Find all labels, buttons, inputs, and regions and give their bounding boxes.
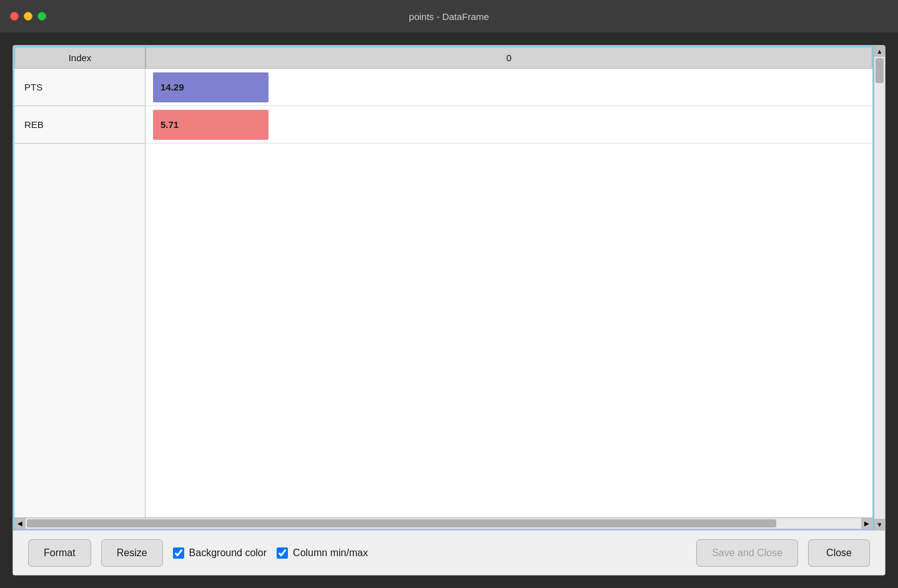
h-scroll-track[interactable]: [26, 518, 861, 529]
reb-value-cell: 5.71: [153, 110, 269, 140]
h-scroll-right-arrow[interactable]: ▶: [861, 518, 872, 529]
save-close-button[interactable]: Save and Close: [696, 539, 798, 567]
index-column: PTS REB: [14, 69, 146, 517]
window-content: Index 0 PTS REB 14.29: [12, 45, 886, 576]
v-scroll-down-arrow[interactable]: ▼: [874, 519, 886, 530]
vertical-scrollbar[interactable]: ▲ ▼: [874, 46, 885, 530]
bottom-toolbar: Format Resize Background color Column mi…: [13, 530, 885, 575]
window-title: points - DataFrame: [409, 11, 489, 22]
resize-button[interactable]: Resize: [101, 539, 163, 567]
col-minmax-checkbox[interactable]: [277, 547, 288, 559]
title-bar: points - DataFrame: [0, 0, 898, 32]
close-button[interactable]: Close: [808, 539, 870, 567]
v-scroll-thumb[interactable]: [876, 58, 884, 83]
horizontal-scrollbar[interactable]: ◀ ▶: [14, 517, 872, 529]
index-header: Index: [14, 47, 146, 69]
close-button[interactable]: [10, 12, 19, 21]
data-area: 14.29 5.71: [146, 69, 872, 517]
bg-color-group: Background color: [173, 547, 267, 559]
data-cell-reb: 5.71: [146, 110, 276, 140]
index-cell-pts: PTS: [14, 69, 145, 106]
h-scroll-left-arrow[interactable]: ◀: [14, 518, 26, 529]
traffic-lights: [10, 12, 46, 21]
table-container: Index 0 PTS REB 14.29: [13, 46, 874, 530]
col-header-0: 0: [146, 47, 872, 69]
maximize-button[interactable]: [37, 12, 46, 21]
index-cell-reb: REB: [14, 106, 145, 144]
h-scroll-thumb[interactable]: [27, 519, 776, 527]
table-header: Index 0: [14, 47, 872, 69]
v-scroll-up-arrow[interactable]: ▲: [874, 46, 886, 57]
table-body: PTS REB 14.29 5.71: [14, 69, 872, 517]
v-scroll-track[interactable]: [874, 57, 885, 519]
minimize-button[interactable]: [24, 12, 32, 21]
data-cell-pts: 14.29: [146, 72, 276, 102]
table-row: 5.71: [146, 106, 872, 144]
col-minmax-label: Column min/max: [293, 547, 368, 559]
table-area: Index 0 PTS REB 14.29: [13, 46, 885, 530]
format-button[interactable]: Format: [28, 539, 91, 567]
col-minmax-group: Column min/max: [277, 547, 368, 559]
bg-color-checkbox[interactable]: [173, 547, 184, 559]
table-row: 14.29: [146, 69, 872, 106]
pts-value-cell: 14.29: [153, 72, 269, 102]
bg-color-label: Background color: [189, 547, 267, 559]
